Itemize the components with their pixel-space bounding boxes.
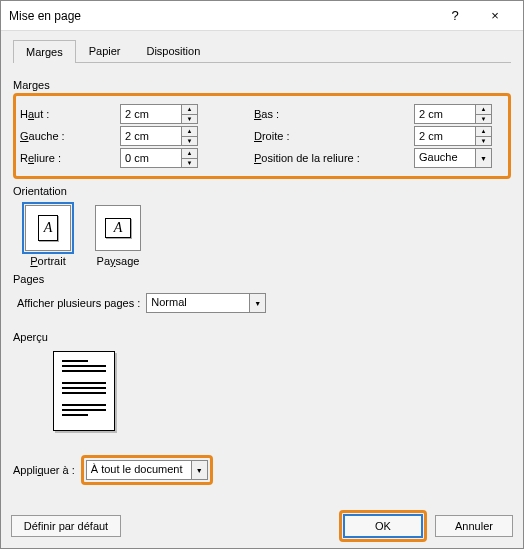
input-haut-field[interactable] — [121, 105, 181, 123]
label-position-reliure: Position de la reliure : — [254, 152, 414, 164]
input-bas[interactable]: ▲▼ — [414, 104, 492, 124]
preview-thumbnail — [53, 351, 115, 431]
input-gauche-field[interactable] — [121, 127, 181, 145]
select-appliquer-a-value: À tout le document — [87, 461, 191, 479]
input-droite-field[interactable] — [415, 127, 475, 145]
group-marges-label: Marges — [13, 79, 511, 91]
label-appliquer-a: Appliquer à : — [13, 464, 75, 476]
dialog-footer: Définir par défaut OK Annuler — [1, 504, 523, 548]
chevron-down-icon[interactable]: ▼ — [475, 149, 491, 167]
page-setup-dialog: Mise en page ? × Marges Papier Dispositi… — [0, 0, 524, 549]
spin-up-icon[interactable]: ▲ — [476, 105, 491, 115]
tab-disposition[interactable]: Disposition — [133, 39, 213, 62]
help-button[interactable]: ? — [435, 1, 475, 31]
label-droite: Droite : — [254, 130, 414, 142]
select-position-reliure-value: Gauche — [415, 149, 475, 167]
tabs: Marges Papier Disposition — [13, 39, 511, 63]
tab-marges[interactable]: Marges — [13, 40, 76, 63]
portrait-icon: A — [25, 205, 71, 251]
input-haut[interactable]: ▲▼ — [120, 104, 198, 124]
label-afficher-pages: Afficher plusieurs pages : — [17, 297, 140, 309]
orientation-paysage-label: Paysage — [95, 255, 141, 267]
spin-up-icon[interactable]: ▲ — [182, 105, 197, 115]
tab-papier[interactable]: Papier — [76, 39, 134, 62]
apply-to-row: Appliquer à : À tout le document ▼ — [13, 455, 511, 485]
spin-up-icon[interactable]: ▲ — [476, 127, 491, 137]
pages-row: Afficher plusieurs pages : Normal ▼ — [17, 293, 511, 313]
input-reliure[interactable]: ▲▼ — [120, 148, 198, 168]
titlebar: Mise en page ? × — [1, 1, 523, 31]
tabpanel-marges: Marges Haut : ▲▼ Bas : — [13, 63, 511, 498]
spin-down-icon[interactable]: ▼ — [182, 159, 197, 168]
ok-button[interactable]: OK — [344, 515, 422, 537]
select-position-reliure[interactable]: Gauche ▼ — [414, 148, 492, 168]
label-bas: Bas : — [254, 108, 414, 120]
label-haut: Haut : — [20, 108, 120, 120]
set-default-button[interactable]: Définir par défaut — [11, 515, 121, 537]
ok-highlight: OK — [339, 510, 427, 542]
cancel-button[interactable]: Annuler — [435, 515, 513, 537]
select-pages-mode[interactable]: Normal ▼ — [146, 293, 266, 313]
group-apercu-label: Aperçu — [13, 331, 511, 343]
group-pages-label: Pages — [13, 273, 511, 285]
spin-up-icon[interactable]: ▲ — [182, 127, 197, 137]
orientation-paysage[interactable]: A Paysage — [95, 205, 141, 267]
spin-down-icon[interactable]: ▼ — [476, 115, 491, 124]
orientation-group: A Portrait A Paysage — [25, 205, 511, 267]
chevron-down-icon[interactable]: ▼ — [249, 294, 265, 312]
spin-down-icon[interactable]: ▼ — [476, 137, 491, 146]
group-orientation-label: Orientation — [13, 185, 511, 197]
select-appliquer-a[interactable]: À tout le document ▼ — [86, 460, 208, 480]
dialog-body: Marges Papier Disposition Marges Haut : … — [1, 31, 523, 504]
spin-down-icon[interactable]: ▼ — [182, 137, 197, 146]
select-pages-mode-value: Normal — [147, 294, 249, 312]
window-title: Mise en page — [9, 9, 435, 23]
spin-up-icon[interactable]: ▲ — [182, 149, 197, 159]
input-gauche[interactable]: ▲▼ — [120, 126, 198, 146]
landscape-icon: A — [95, 205, 141, 251]
orientation-portrait[interactable]: A Portrait — [25, 205, 71, 267]
chevron-down-icon[interactable]: ▼ — [191, 461, 207, 479]
orientation-portrait-label: Portrait — [25, 255, 71, 267]
apply-to-highlight: À tout le document ▼ — [81, 455, 213, 485]
input-droite[interactable]: ▲▼ — [414, 126, 492, 146]
label-reliure: Reliure : — [20, 152, 120, 164]
spin-down-icon[interactable]: ▼ — [182, 115, 197, 124]
input-reliure-field[interactable] — [121, 149, 181, 167]
close-button[interactable]: × — [475, 1, 515, 31]
input-bas-field[interactable] — [415, 105, 475, 123]
margins-group-highlight: Haut : ▲▼ Bas : ▲▼ — [13, 93, 511, 179]
label-gauche: Gauche : — [20, 130, 120, 142]
